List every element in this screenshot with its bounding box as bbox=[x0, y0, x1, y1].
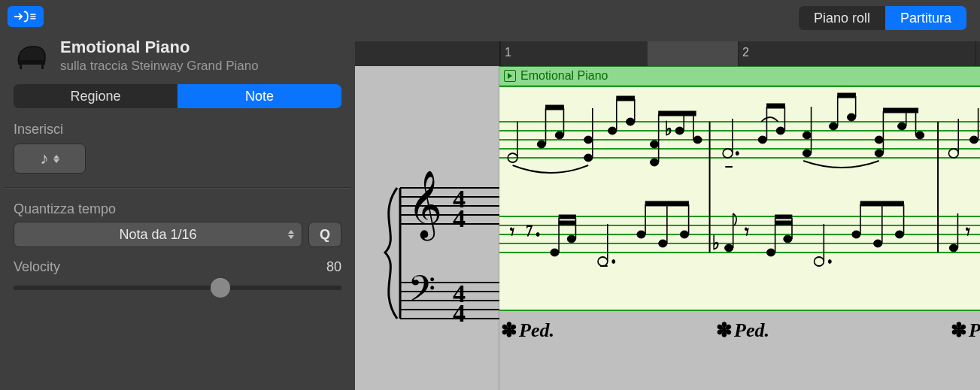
quantize-label: Quantizza tempo bbox=[14, 201, 341, 217]
svg-rect-75 bbox=[838, 93, 856, 98]
region-name: Emotional Piano bbox=[520, 69, 608, 83]
svg-point-51 bbox=[650, 159, 658, 166]
score-notation: ♭ bbox=[499, 86, 980, 311]
svg-point-56 bbox=[693, 136, 702, 144]
svg-point-90 bbox=[536, 233, 539, 237]
svg-rect-4 bbox=[20, 65, 22, 69]
svg-point-68 bbox=[803, 150, 811, 157]
svg-point-71 bbox=[830, 122, 838, 130]
svg-point-50 bbox=[650, 141, 658, 148]
svg-point-43 bbox=[584, 136, 593, 144]
svg-point-73 bbox=[847, 113, 855, 121]
cycle-range[interactable] bbox=[648, 41, 738, 66]
inspector-panel: Emotional Piano sulla traccia Steinway G… bbox=[0, 0, 355, 390]
svg-point-121 bbox=[852, 231, 860, 238]
ruler-gutter bbox=[355, 41, 499, 66]
quantize-value: Nota da 1/16 bbox=[119, 227, 196, 243]
quantize-apply-button[interactable]: Q bbox=[308, 222, 341, 247]
svg-rect-83 bbox=[883, 108, 918, 113]
svg-text:𝄞: 𝄞 bbox=[408, 171, 442, 241]
svg-point-39 bbox=[555, 132, 563, 139]
svg-point-77 bbox=[875, 136, 883, 144]
ruler-tick bbox=[975, 41, 976, 66]
svg-point-65 bbox=[776, 127, 784, 135]
region-header[interactable]: Emotional Piano bbox=[499, 66, 980, 86]
score-gutter: 𝄞 𝄢 4 4 4 4 bbox=[355, 66, 499, 390]
svg-point-84 bbox=[948, 149, 958, 158]
svg-point-118 bbox=[815, 257, 824, 266]
velocity-label: Velocity bbox=[14, 259, 60, 275]
note: ♭ bbox=[508, 96, 702, 173]
svg-point-93 bbox=[567, 235, 575, 243]
svg-point-100 bbox=[612, 260, 615, 264]
svg-point-125 bbox=[895, 231, 903, 238]
gutter-notation: 𝄞 𝄢 4 4 4 4 bbox=[355, 132, 499, 358]
svg-rect-49 bbox=[617, 96, 635, 101]
insert-note-value-select[interactable]: ♪ bbox=[14, 144, 86, 174]
svg-point-128 bbox=[949, 244, 957, 252]
svg-rect-58 bbox=[659, 111, 696, 116]
svg-text:♭: ♭ bbox=[665, 118, 672, 140]
catch-playhead-button[interactable] bbox=[8, 6, 44, 27]
pedal-mark: Ped. bbox=[716, 319, 769, 342]
ruler-bar-number: 2 bbox=[742, 46, 749, 59]
svg-rect-1 bbox=[30, 16, 35, 17]
tab-regione[interactable]: Regione bbox=[14, 84, 177, 108]
svg-point-76 bbox=[875, 150, 883, 157]
pedal-mark: Ped. bbox=[951, 319, 980, 342]
insert-label: Inserisci bbox=[0, 122, 355, 138]
svg-point-54 bbox=[675, 127, 684, 135]
svg-text:7: 7 bbox=[526, 221, 532, 239]
svg-point-45 bbox=[608, 127, 617, 135]
velocity-slider[interactable] bbox=[14, 286, 341, 290]
ruler-bar-number: 1 bbox=[505, 46, 511, 59]
svg-rect-107 bbox=[645, 201, 689, 206]
svg-rect-117 bbox=[775, 221, 792, 225]
svg-point-103 bbox=[659, 240, 667, 247]
svg-point-123 bbox=[874, 240, 882, 247]
svg-text:4: 4 bbox=[453, 299, 466, 327]
svg-text:4: 4 bbox=[453, 204, 466, 232]
svg-point-69 bbox=[803, 132, 811, 139]
velocity-slider-thumb[interactable] bbox=[211, 278, 230, 298]
svg-point-112 bbox=[766, 249, 775, 256]
svg-rect-0 bbox=[30, 14, 35, 14]
svg-point-109 bbox=[725, 244, 733, 252]
svg-point-97 bbox=[598, 257, 608, 266]
svg-rect-3 bbox=[18, 60, 45, 65]
svg-point-37 bbox=[537, 141, 545, 148]
ruler-tick bbox=[500, 41, 501, 66]
svg-point-91 bbox=[551, 249, 559, 256]
region-play-icon bbox=[504, 70, 516, 82]
svg-point-63 bbox=[758, 136, 766, 144]
svg-text:𝄢: 𝄢 bbox=[408, 269, 435, 318]
svg-point-105 bbox=[680, 231, 688, 238]
svg-point-61 bbox=[736, 152, 739, 156]
view-pianoroll-button[interactable]: Piano roll bbox=[799, 6, 885, 30]
svg-rect-95 bbox=[559, 215, 575, 219]
track-header: Emotional Piano sulla traccia Steinway G… bbox=[0, 33, 355, 84]
stepper-arrows-icon bbox=[53, 155, 59, 163]
svg-rect-96 bbox=[559, 221, 575, 225]
svg-point-114 bbox=[784, 235, 792, 243]
svg-point-42 bbox=[584, 154, 593, 162]
tab-note[interactable]: Note bbox=[177, 84, 341, 108]
stepper-arrows-icon bbox=[288, 230, 294, 239]
ruler-track[interactable]: 123 bbox=[499, 41, 980, 66]
svg-point-79 bbox=[898, 122, 906, 130]
view-score-button[interactable]: Partitura bbox=[885, 6, 966, 30]
svg-rect-67 bbox=[766, 104, 784, 108]
score-canvas[interactable]: ♭ bbox=[499, 66, 980, 390]
quantize-select[interactable]: Nota da 1/16 bbox=[14, 222, 302, 247]
svg-rect-127 bbox=[860, 201, 904, 206]
eighth-note-icon: ♪ bbox=[41, 150, 49, 167]
bar-ruler[interactable]: 123 bbox=[355, 41, 980, 66]
track-subtitle: sulla traccia Steinway Grand Piano bbox=[60, 59, 259, 74]
svg-text:♭: ♭ bbox=[712, 232, 720, 254]
score-area: 𝄞 𝄢 4 4 4 4 bbox=[355, 66, 980, 390]
svg-rect-41 bbox=[546, 105, 564, 110]
svg-rect-5 bbox=[41, 65, 44, 69]
svg-rect-2 bbox=[30, 18, 35, 19]
svg-point-81 bbox=[916, 132, 924, 139]
toolbar-row bbox=[0, 0, 355, 33]
